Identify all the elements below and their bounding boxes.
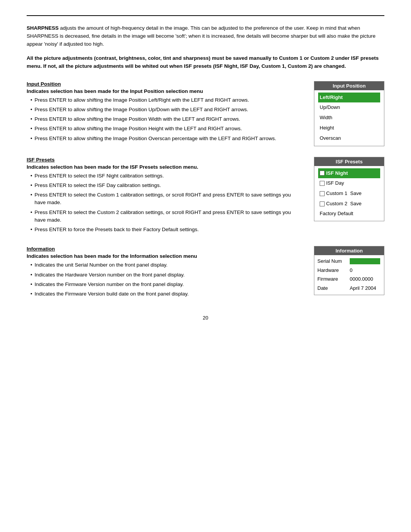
information-menu-body: Serial Num Hardware 0 Firmware 0000.0000… bbox=[314, 255, 384, 295]
info-label-hardware: Hardware bbox=[317, 266, 346, 275]
menu-item-isf-day[interactable]: ISF Day bbox=[318, 178, 380, 189]
save-label-custom2: Save bbox=[349, 200, 362, 208]
menu-item-custom1[interactable]: Custom 1 Save bbox=[318, 189, 380, 199]
input-position-bullets: Press ENTER to allow shifting the Image … bbox=[27, 96, 303, 142]
isf-presets-title: ISF Presets bbox=[27, 157, 303, 163]
menu-item-custom2[interactable]: Custom 2 Save bbox=[318, 199, 380, 209]
info-row-serial: Serial Num bbox=[317, 257, 381, 265]
input-position-subtitle: Indicates selection has been made for th… bbox=[27, 88, 303, 94]
list-item: Press ENTER to select the Custom 1 calib… bbox=[30, 191, 303, 207]
list-item: Indicates the Firmware Version number on… bbox=[30, 281, 303, 288]
list-item: Press ENTER to select the ISF Night cali… bbox=[30, 172, 303, 180]
checkbox-isf-day bbox=[320, 181, 325, 186]
menu-item-width[interactable]: Width bbox=[318, 113, 380, 123]
list-item: Indicates the Firmware Version build dat… bbox=[30, 290, 303, 298]
bold-paragraph: All the picture adjustments (contrast, b… bbox=[27, 54, 384, 70]
list-item: Press ENTER to force the Presets back to… bbox=[30, 226, 303, 233]
information-section: Information Indicates selection has been… bbox=[27, 246, 384, 300]
isf-presets-menu-header: ISF Presets bbox=[314, 157, 384, 166]
info-value-date: April 7 2004 bbox=[350, 284, 376, 292]
info-label-date: Date bbox=[317, 284, 346, 292]
page-number: 20 bbox=[27, 315, 384, 321]
input-position-menu-box: Input Position Left/Right Up/Down Width … bbox=[314, 81, 384, 146]
isf-presets-section: ISF Presets Indicates selection has been… bbox=[27, 157, 384, 236]
sharpness-paragraph: SHARPNESS adjusts the amount of high-fre… bbox=[27, 24, 384, 48]
menu-item-updown[interactable]: Up/Down bbox=[318, 102, 380, 113]
information-title: Information bbox=[27, 246, 303, 252]
input-position-title: Input Position bbox=[27, 81, 303, 87]
checkbox-isf-night: X bbox=[320, 171, 325, 176]
input-position-section: Input Position Indicates selection has b… bbox=[27, 81, 384, 146]
info-row-date: Date April 7 2004 bbox=[317, 284, 381, 292]
information-bullets: Indicates the unit Serial Number on the … bbox=[27, 261, 303, 298]
input-position-menu-header: Input Position bbox=[314, 81, 384, 90]
list-item: Press ENTER to allow shifting the Image … bbox=[30, 135, 303, 142]
menu-item-leftright[interactable]: Left/Right bbox=[318, 93, 380, 103]
information-text: Information Indicates selection has been… bbox=[27, 246, 303, 300]
isf-presets-text: ISF Presets Indicates selection has been… bbox=[27, 157, 303, 236]
save-label-custom1: Save bbox=[349, 190, 362, 198]
information-menu-header: Information bbox=[314, 246, 384, 255]
isf-presets-bullets: Press ENTER to select the ISF Night cali… bbox=[27, 172, 303, 234]
info-value-firmware: 0000.0000 bbox=[350, 275, 373, 283]
list-item: Indicates the Hardware Version number on… bbox=[30, 271, 303, 279]
list-item: Press ENTER to allow shifting the Image … bbox=[30, 125, 303, 133]
isf-presets-subtitle: Indicates selection has been made for th… bbox=[27, 164, 303, 170]
list-item: Press ENTER to allow shifting the Image … bbox=[30, 115, 303, 123]
information-subtitle: Indicates selection has been made for th… bbox=[27, 253, 303, 259]
isf-presets-menu-body: X ISF Night ISF Day Custom 1 Save Custom… bbox=[314, 166, 384, 221]
info-value-hardware: 0 bbox=[350, 266, 352, 275]
list-item: Indicates the unit Serial Number on the … bbox=[30, 261, 303, 269]
info-label-firmware: Firmware bbox=[317, 275, 346, 283]
list-item: Press ENTER to select the ISF Day calibr… bbox=[30, 182, 303, 189]
menu-item-isf-night[interactable]: X ISF Night bbox=[318, 168, 380, 179]
checkbox-custom1 bbox=[320, 191, 325, 196]
info-bar-serial bbox=[350, 258, 380, 264]
info-row-hardware: Hardware 0 bbox=[317, 266, 381, 275]
list-item: Press ENTER to select the Custom 2 calib… bbox=[30, 209, 303, 224]
menu-item-overscan[interactable]: Overscan bbox=[318, 133, 380, 144]
checkbox-custom2 bbox=[320, 201, 325, 206]
input-position-text: Input Position Indicates selection has b… bbox=[27, 81, 303, 144]
top-rule bbox=[27, 15, 384, 16]
isf-presets-menu-box: ISF Presets X ISF Night ISF Day Custom 1… bbox=[314, 157, 384, 221]
info-label-serial: Serial Num bbox=[317, 257, 346, 265]
menu-item-height[interactable]: Height bbox=[318, 123, 380, 133]
information-menu-box: Information Serial Num Hardware 0 Firmwa… bbox=[314, 246, 384, 295]
list-item: Press ENTER to allow shifting the Image … bbox=[30, 106, 303, 113]
list-item: Press ENTER to allow shifting the Image … bbox=[30, 96, 303, 104]
info-row-firmware: Firmware 0000.0000 bbox=[317, 275, 381, 283]
input-position-menu-body: Left/Right Up/Down Width Height Overscan bbox=[314, 90, 384, 146]
menu-item-factory-default[interactable]: Factory Default bbox=[318, 209, 380, 219]
